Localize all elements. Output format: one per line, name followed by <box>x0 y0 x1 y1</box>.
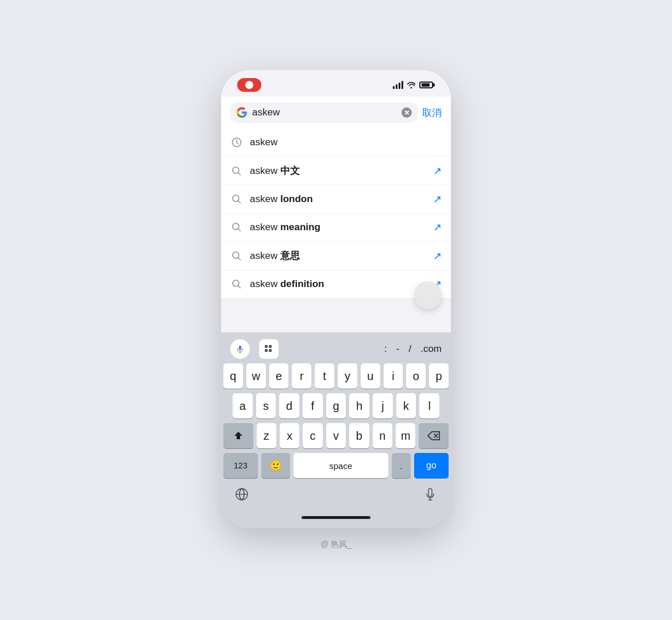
svg-rect-9 <box>265 345 268 348</box>
record-dot <box>245 81 253 89</box>
suggestions-list: askew askew 中文 askew london <box>221 129 451 298</box>
suggestion-text-2: askew 中文 <box>250 164 426 177</box>
key-y[interactable]: y <box>338 363 357 389</box>
key-h[interactable]: h <box>349 393 369 418</box>
search-icon-3 <box>230 193 243 206</box>
suggestion-item-4[interactable]: askew meaning <box>221 214 451 242</box>
key-w[interactable]: w <box>246 363 266 389</box>
status-bar <box>221 70 451 96</box>
key-g[interactable]: g <box>326 393 346 418</box>
suggestion-item-3[interactable]: askew london <box>221 185 451 214</box>
keyboard-row-4: 123 🙂 space . go <box>221 453 451 483</box>
key-n[interactable]: n <box>373 423 392 448</box>
status-bar-left <box>237 78 261 92</box>
key-k[interactable]: k <box>396 393 416 418</box>
suggestion-arrow-4 <box>433 221 442 234</box>
record-indicator <box>237 78 261 92</box>
key-x[interactable]: x <box>280 423 299 448</box>
key-i[interactable]: i <box>384 363 403 389</box>
svg-rect-10 <box>269 345 272 348</box>
suggestion-item-6[interactable]: askew definition <box>221 270 451 298</box>
key-r[interactable]: r <box>292 363 311 389</box>
key-o[interactable]: o <box>406 363 426 389</box>
key-l[interactable]: l <box>419 393 439 418</box>
wifi-icon <box>407 82 416 88</box>
keyboard-row-2: a s d f g h j k l <box>221 393 451 423</box>
shift-button[interactable] <box>223 423 253 448</box>
period-button[interactable]: . <box>392 453 411 478</box>
key-a[interactable]: a <box>233 393 253 418</box>
key-f[interactable]: f <box>303 393 323 418</box>
search-bar[interactable] <box>230 102 418 123</box>
mic-bottom-icon[interactable] <box>423 487 437 505</box>
key-z[interactable]: z <box>257 423 276 448</box>
search-icon-5 <box>230 250 243 262</box>
keyboard-bottom-row <box>221 483 451 514</box>
phone-frame: 取消 askew askew 中文 <box>221 70 451 528</box>
suggestion-arrow-2 <box>433 165 442 177</box>
toolbar-left <box>230 339 279 359</box>
suggestion-text-3: askew london <box>250 193 426 205</box>
search-icon-4 <box>230 221 243 234</box>
toolbar-colon[interactable]: : <box>384 343 387 355</box>
suggestion-arrow-3 <box>433 193 442 206</box>
home-bar <box>221 514 451 526</box>
suggestion-arrow-5 <box>433 250 442 262</box>
clear-button[interactable] <box>401 107 412 118</box>
go-button[interactable]: go <box>414 453 449 478</box>
key-m[interactable]: m <box>396 423 415 448</box>
suggestion-item-2[interactable]: askew 中文 <box>221 157 451 185</box>
suggestion-text-1: askew <box>250 137 426 148</box>
cancel-button[interactable]: 取消 <box>422 106 442 119</box>
battery-icon <box>419 82 435 88</box>
backspace-button[interactable] <box>419 423 449 448</box>
numbers-button[interactable]: 123 <box>223 453 258 478</box>
status-bar-right <box>393 81 435 89</box>
history-icon <box>230 136 243 149</box>
search-area: 取消 <box>221 96 451 129</box>
watermark: @ 热风_ <box>320 540 352 550</box>
key-q[interactable]: q <box>223 363 243 389</box>
keyboard-row-3: z x c v b n m <box>221 423 451 453</box>
signal-icon <box>393 81 403 89</box>
key-s[interactable]: s <box>256 393 276 418</box>
suggestion-text-6: askew definition <box>250 278 426 290</box>
key-b[interactable]: b <box>349 423 369 448</box>
key-d[interactable]: d <box>279 393 299 418</box>
key-v[interactable]: v <box>326 423 346 448</box>
toolbar-slash[interactable]: / <box>408 343 411 355</box>
svg-rect-12 <box>269 349 272 352</box>
floating-assistant-button[interactable] <box>414 281 442 309</box>
key-u[interactable]: u <box>361 363 380 389</box>
search-icon-6 <box>230 278 243 290</box>
google-logo-icon <box>236 107 248 118</box>
suggestion-text-5: askew 意思 <box>250 249 426 262</box>
suggestion-text-4: askew meaning <box>250 222 426 233</box>
key-c[interactable]: c <box>303 423 322 448</box>
space-button[interactable]: space <box>293 453 388 478</box>
mic-toolbar-button[interactable] <box>230 339 250 359</box>
globe-icon[interactable] <box>235 487 249 505</box>
search-icon-2 <box>230 165 243 177</box>
grid-keyboard-button[interactable] <box>259 339 279 359</box>
keyboard-row-1: q w e r t y u i o p <box>221 363 451 393</box>
key-p[interactable]: p <box>429 363 449 389</box>
search-input[interactable] <box>252 107 397 118</box>
suggestion-item-history[interactable]: askew <box>221 129 451 157</box>
key-e[interactable]: e <box>269 363 289 389</box>
suggestion-item-5[interactable]: askew 意思 <box>221 242 451 270</box>
keyboard: : - / .com q w e r t y u i o p a s d f g… <box>221 332 451 528</box>
emoji-button[interactable]: 🙂 <box>261 453 290 478</box>
key-j[interactable]: j <box>373 393 393 418</box>
key-t[interactable]: t <box>315 363 334 389</box>
toolbar-dotcom[interactable]: .com <box>420 343 442 355</box>
keyboard-toolbar: : - / .com <box>221 337 451 363</box>
svg-rect-11 <box>265 349 268 352</box>
toolbar-dash[interactable]: - <box>396 343 400 355</box>
home-indicator <box>302 516 370 519</box>
